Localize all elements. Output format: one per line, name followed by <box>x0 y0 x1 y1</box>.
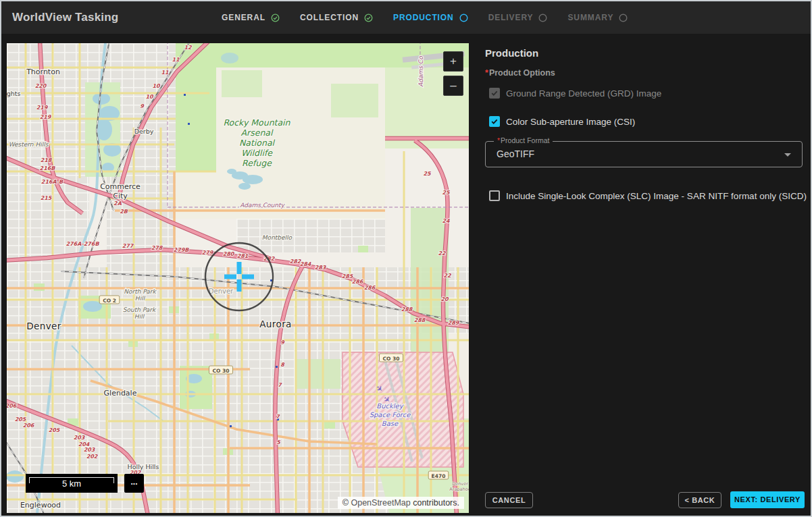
map-label-ghts: ghts <box>7 90 20 97</box>
map-label-aurora: Aurora <box>259 319 292 329</box>
openstreetmap-link[interactable]: OpenStreetMap <box>351 498 410 508</box>
svg-text:CO 30: CO 30 <box>213 368 230 374</box>
page-title: Production <box>485 47 538 59</box>
exit-number-label: 276A-276B <box>66 241 99 247</box>
map-scale-bar: 5 km <box>26 474 118 493</box>
next-delivery-button[interactable]: NEXT: DELIVERY <box>730 491 805 508</box>
circle-outline-icon <box>459 13 468 22</box>
tab-general[interactable]: GENERAL <box>222 13 280 22</box>
exit-number-label: 216A-B <box>41 179 64 185</box>
svg-text:CO 30: CO 30 <box>383 356 400 362</box>
map-label-south-park: South Park <box>123 306 157 313</box>
worldview-tasking-window: WorldView Tasking GENERAL COLLECTION PRO… <box>0 0 812 517</box>
exit-number-label: 206 <box>23 423 35 429</box>
tab-summary[interactable]: SUMMARY <box>567 13 628 22</box>
exit-number-label: 205 <box>15 416 27 423</box>
exit-number-label: 220 <box>35 83 47 89</box>
exit-number-label: 284 <box>300 261 311 267</box>
exit-number-label: 219 <box>40 114 52 120</box>
svg-text:E470: E470 <box>432 473 446 479</box>
map-label-commerce: Commerce <box>100 182 141 191</box>
exit-number-label: 11 <box>172 57 180 63</box>
exit-number-label: 281 <box>237 253 249 259</box>
map-label-wildlife: Wildlife <box>241 148 273 158</box>
route-shield-co-30: CO 30 <box>380 354 403 362</box>
route-shield-e470: E470 <box>428 471 449 479</box>
exit-number-label: 25 <box>442 190 451 196</box>
exit-number-label: 218 <box>41 157 53 163</box>
map-attribution: © OpenStreetMap contributors. <box>338 497 464 509</box>
exit-number-label: 20 <box>440 296 449 302</box>
csi-checkbox-label: Color Sub-aperture Image (CSI) <box>506 117 635 127</box>
exit-number-label: 216B <box>40 165 56 171</box>
exit-number-label: 10 <box>152 83 161 89</box>
zoom-out-button[interactable]: – <box>443 76 463 96</box>
tab-general-label: GENERAL <box>222 13 265 22</box>
exit-number-label: 289 <box>448 320 460 326</box>
map-label-derby: Derby <box>134 128 154 135</box>
map-label-base: Base <box>382 420 399 427</box>
slc-checkbox[interactable] <box>489 190 500 201</box>
map-label-englewood: Englewood <box>20 501 61 510</box>
map-label-city: City <box>113 192 128 200</box>
svg-text:CO 2: CO 2 <box>103 298 116 304</box>
tab-production[interactable]: PRODUCTION <box>393 13 468 22</box>
map-label-buckley: Buckley <box>376 402 403 410</box>
grd-checkbox <box>489 88 500 99</box>
exit-number-label: 25 <box>423 171 432 177</box>
exit-number-label: 2B <box>120 209 128 215</box>
exit-number-label: 2A <box>113 200 122 207</box>
map-label-arapahoe: Arapahoe <box>449 487 469 492</box>
map-label-denver: Denver <box>26 321 61 331</box>
slc-checkbox-label: Include Single-Look Complex (SLC) Image … <box>506 191 807 201</box>
exit-number-label: 215 <box>41 195 53 201</box>
csi-image-option[interactable]: Color Sub-aperture Image (CSI) <box>489 116 635 127</box>
tab-production-label: PRODUCTION <box>393 13 454 22</box>
map-canvas[interactable]: ThorntonghtsWestern HillsDerbyCommerceCi… <box>7 43 469 513</box>
tab-collection[interactable]: COLLECTION <box>300 13 373 22</box>
exit-number-label: 12 <box>184 45 193 51</box>
check-circle-icon <box>271 13 280 22</box>
map-label-north-park: North Park <box>124 288 157 295</box>
map-label-rocky-mountain: Rocky Mountain <box>223 117 290 128</box>
map-label-refuge: Refuge <box>242 158 272 168</box>
grd-checkbox-label: Ground Range Detected (GRD) Image <box>506 88 661 99</box>
tab-delivery[interactable]: DELIVERY <box>488 13 548 22</box>
chevron-down-icon <box>784 153 791 157</box>
exit-number-label: 280 <box>223 251 235 257</box>
exit-number-label: 286 <box>364 285 376 291</box>
map-more-button[interactable]: ... <box>124 474 144 493</box>
route-shield-co-30: CO 30 <box>209 366 233 374</box>
zoom-in-button[interactable]: + <box>443 51 463 72</box>
csi-checkbox[interactable] <box>489 116 500 127</box>
exit-number-label: 279 <box>202 250 214 256</box>
required-asterisk: * <box>485 68 488 78</box>
back-button[interactable]: < BACK <box>678 492 721 508</box>
map-label-western-hills: Western Hills <box>9 141 49 148</box>
exit-number-label: 22 <box>438 250 447 256</box>
tab-collection-label: COLLECTION <box>300 13 359 22</box>
tab-delivery-label: DELIVERY <box>488 13 534 22</box>
exit-number-label: 11 <box>161 70 169 76</box>
map-label-montbello: Montbello <box>262 234 293 241</box>
exit-number-label: 286 <box>352 279 364 285</box>
wizard-stepper: GENERAL COLLECTION PRODUCTION DELIVERY S… <box>222 1 628 34</box>
map-label-space-force: Space Force <box>370 411 411 419</box>
exit-number-label: 10 <box>145 94 154 100</box>
exit-number-label: 283 <box>315 265 327 271</box>
circle-outline-icon <box>538 13 547 22</box>
map-label-denver: Denver <box>452 481 468 487</box>
map-label-national: National <box>239 138 276 148</box>
product-options-label: *Product Options <box>485 68 555 78</box>
map-label-arsenal: Arsenal <box>241 128 274 138</box>
slc-image-option[interactable]: Include Single-Look Complex (SLC) Image … <box>489 190 807 201</box>
product-format-select[interactable]: *Product Format GeoTIFF <box>485 141 803 167</box>
exit-number-label: 288 <box>414 317 426 323</box>
copyright-text: © <box>342 498 351 508</box>
exit-number-label: 202 <box>86 454 99 460</box>
check-circle-icon <box>364 13 373 22</box>
cancel-button[interactable]: CANCEL <box>485 492 533 508</box>
circle-outline-icon <box>619 13 628 22</box>
openstreetmap-basemap: ThorntonghtsWestern HillsDerbyCommerceCi… <box>7 43 469 513</box>
tab-summary-label: SUMMARY <box>567 13 613 22</box>
